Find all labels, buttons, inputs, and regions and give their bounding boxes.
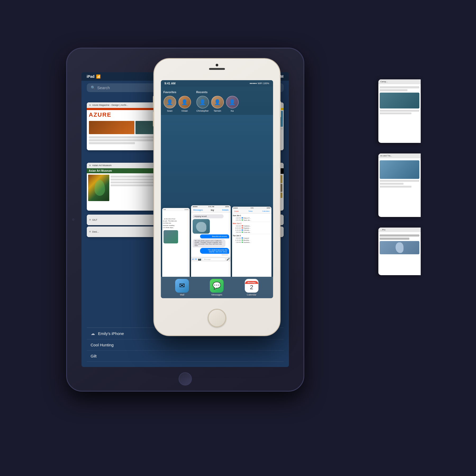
ipad-status-left: iPad 📶 (87, 74, 101, 79)
detail-details-label[interactable]: Details (222, 209, 228, 211)
iphone-vol-up-button[interactable] (153, 96, 154, 108)
cal-status-battery: 100% (266, 207, 270, 209)
ipad-home-button[interactable] (179, 372, 192, 386)
msg-input-placeholder[interactable]: iMessage (202, 258, 226, 261)
iphone-top-sensors (209, 64, 225, 70)
dock-icon-messages[interactable]: 💬 (210, 279, 224, 293)
detail-back-label[interactable]: Messages (193, 209, 203, 211)
dock-icon-mail[interactable]: ✉ (175, 279, 189, 293)
cal-event-1-title: Riley's P... (243, 217, 251, 219)
cal-event-3-dot (242, 225, 243, 226)
cal-event-5-title: Orthodo... (243, 229, 251, 231)
app-preview-messages-detail[interactable]: ●●●●● 9:41 AM 100% Messages Ivy Details (191, 205, 231, 277)
iphone-front-camera (216, 64, 218, 66)
gilt-bookmark-label: Gilt (91, 354, 97, 358)
cool-hunting-item[interactable]: Cool Hunting (87, 339, 284, 351)
cal-icon-header: Monday (245, 281, 258, 284)
contact-tamsin[interactable]: 👤 Tamsin (211, 96, 224, 112)
cal-event-7-time: 8:30 AM (233, 237, 241, 239)
dock-app-messages[interactable]: 💬 Messages (210, 279, 224, 296)
cal-day-sun: Sun Jun 1 (233, 214, 271, 217)
r1-line1 (380, 86, 419, 88)
r2-line1 (380, 180, 419, 182)
cal-events-list: Sun Jun 1 2:00 PM Riley's P... 6:00 PM T… (232, 214, 272, 244)
iphone-status-right: ●●●●● WiFi 100% (250, 82, 269, 85)
contact-ka-name: Ka (231, 110, 234, 112)
cal-event-1-time: 2:00 PM (233, 217, 241, 219)
scroll-up-arrow[interactable]: ∧ (178, 212, 183, 216)
cal-event-4: 10:00 AM Register... (233, 227, 271, 229)
tab-azure-close[interactable]: ✕ (89, 104, 91, 107)
cal-today-btn[interactable]: Today (248, 210, 253, 212)
msg-text-5: s in three days, (163, 226, 189, 229)
detail-contact-name: Ivy (211, 209, 214, 211)
right-app-3-content (378, 232, 421, 257)
cal-event-8-dot (242, 239, 243, 241)
msg-new-icon[interactable]: ✏ (195, 258, 197, 261)
stacked-tab-2-close[interactable]: ✕ (89, 230, 91, 233)
cal-event-9-title: Sushimo... (243, 242, 251, 243)
msg-bubble-1: enjoying herself. (193, 214, 224, 218)
cal-event-9-time: 1:30 PM (233, 242, 241, 243)
dock-label-mail: Mail (180, 293, 184, 296)
at2 (111, 179, 161, 180)
iphone-side-button[interactable] (280, 101, 281, 117)
cal-event-5-dot (242, 229, 243, 231)
msg-mic-icon[interactable]: 🎤 (226, 258, 230, 261)
recents-title: Recents (196, 90, 239, 94)
cal-day-mon: Mon Jun 2 (233, 222, 271, 225)
right-app-2[interactable]: es and Tra... (378, 153, 421, 217)
iphone-multitask-screen: 9:41 AM ●●●●● WiFi 100% Favorites (161, 80, 273, 298)
cal-event-3-title: Publishe... (243, 225, 251, 227)
contact-vivian[interactable]: 👤 Vivian (178, 96, 191, 112)
iphone-home-inner (208, 310, 225, 327)
detail-status-signal: ●●●●● (193, 206, 197, 207)
recents-avatars: 👤 Christopher 👤 Tamsin (196, 96, 239, 112)
search-placeholder: Search (97, 85, 110, 90)
azure-text3 (89, 142, 135, 144)
photo-overlay (196, 222, 206, 232)
dock-app-mail[interactable]: ✉ Mail (175, 279, 189, 296)
iphone-device: 9:41 AM ●●●●● WiFi 100% Favorites (153, 58, 280, 336)
cal-event-8: 11:30 AM Monthly... (233, 239, 271, 241)
right-app-2-header: es and Tra... (378, 153, 421, 158)
right-app-3[interactable]: ...Pro (378, 228, 421, 275)
msg-camera-icon[interactable]: 📷 (198, 258, 201, 261)
avatar-sean-face: 👤 (164, 96, 176, 108)
right-app-1-content (378, 84, 421, 116)
avatar-christopher: 👤 (196, 96, 209, 108)
cal-event-1: 2:00 PM Riley's P... (233, 217, 271, 219)
contact-ka[interactable]: 👤 Ka (226, 96, 239, 112)
cal-back-label[interactable]: June (234, 210, 239, 212)
msg-reply-icon[interactable]: ↩ (192, 258, 194, 261)
cal-event-4-time: 10:00 AM (233, 227, 241, 229)
gilt-bookmark-item[interactable]: Gilt (87, 351, 284, 362)
r2-line3 (380, 186, 411, 188)
dock-icon-calendar[interactable]: Monday 2 (245, 279, 259, 293)
detail-status-bar: ●●●●● 9:41 AM 100% (191, 205, 231, 208)
cal-event-4-title: Register... (243, 227, 251, 229)
scroll-down-arrow[interactable]: ∨ (184, 212, 188, 216)
msg-bubble-3: We saw whale spouts and a California con… (193, 239, 225, 247)
app-preview-calendar[interactable]: ●●●●● 9:41 100% June Today Calendars Sun… (232, 207, 272, 277)
contact-christopher[interactable]: 👤 Christopher (196, 96, 209, 112)
cal-event-7-title: Carpool (243, 237, 249, 239)
iphone-speaker-grill (209, 68, 225, 70)
msg-text-3: it of this too. (163, 222, 189, 224)
r3-line1 (380, 234, 419, 237)
stacked-tab-1-close[interactable]: ✕ (89, 218, 91, 221)
cal-calendars-btn[interactable]: Calendars (262, 210, 269, 212)
right-app-1[interactable]: Camp... (378, 79, 421, 143)
r3-line2 (380, 238, 410, 240)
msg-delivered: Delivered (193, 254, 228, 256)
contact-sean[interactable]: 👤 Sean (164, 96, 176, 112)
favorites-section: Favorites 👤 Sean � (164, 90, 191, 112)
iphone-vol-down-button[interactable] (153, 112, 154, 126)
cal-event-5: 11:00 AM Orthodo... (233, 229, 271, 231)
tab-asian-close[interactable]: ✕ (89, 164, 91, 167)
app-preview-messages-text[interactable]: AM 100% ∧ ∨ ...to be one of our ns yet. … (162, 208, 190, 277)
cal-event-6: 2:00 PM Cover de... (233, 231, 271, 233)
iphone-wifi-status: WiFi (257, 82, 262, 85)
dock-app-calendar[interactable]: Monday 2 Calendar (245, 279, 259, 296)
iphone-home-button[interactable] (208, 309, 226, 327)
